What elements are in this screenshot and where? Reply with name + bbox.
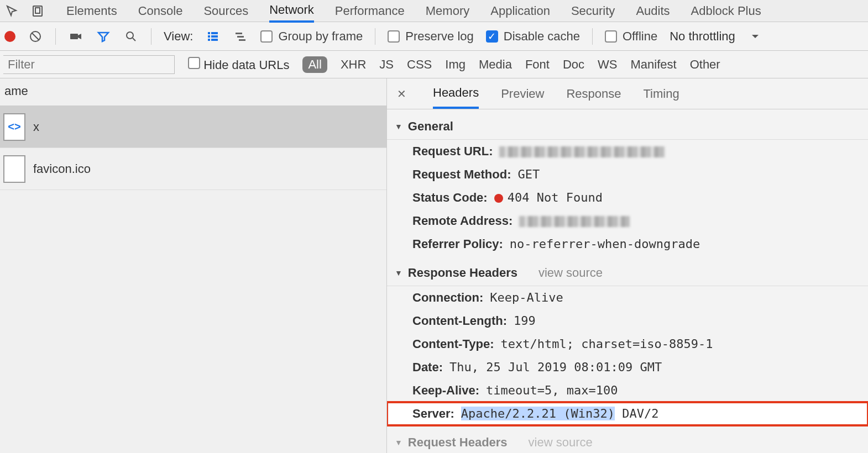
chevron-down-icon[interactable] <box>747 29 763 44</box>
separator <box>375 28 375 45</box>
request-details-pane: ✕ Headers Preview Response Timing ▼ Gene… <box>387 78 868 453</box>
tab-console[interactable]: Console <box>138 1 183 22</box>
throttling-select[interactable]: No throttling <box>670 29 735 44</box>
svg-rect-9 <box>211 35 218 38</box>
view-source-link[interactable]: view source <box>538 266 603 280</box>
separator <box>592 28 593 45</box>
group-by-frame-checkbox[interactable] <box>260 30 273 43</box>
filter-type-media[interactable]: Media <box>479 57 512 72</box>
record-button[interactable] <box>4 31 15 42</box>
detail-tab-preview[interactable]: Preview <box>501 80 544 108</box>
header-content-length: Content-Length 199 <box>387 309 868 333</box>
filter-type-doc[interactable]: Doc <box>563 57 584 72</box>
filter-type-other[interactable]: Other <box>690 57 720 72</box>
request-row[interactable]: favicon.ico <box>0 148 386 190</box>
preserve-log-option[interactable]: Preserve log <box>388 29 474 44</box>
filter-funnel-icon[interactable] <box>96 29 111 44</box>
request-list-pane: ame <> x favicon.ico <box>0 78 387 453</box>
filter-type-js[interactable]: JS <box>379 57 394 72</box>
tab-application[interactable]: Application <box>490 1 550 22</box>
hide-data-urls-option[interactable]: Hide data URLs <box>188 57 289 72</box>
header-keep-alive: Keep-Alive timeout=5, max=100 <box>387 379 868 402</box>
header-content-type: Content-Type text/html; charset=iso-8859… <box>387 333 868 356</box>
disable-cache-option[interactable]: Disable cache <box>486 29 580 44</box>
filter-input[interactable] <box>3 55 175 74</box>
redacted-value <box>499 146 665 157</box>
selected-text: Apache/2.2.21 (Win32) <box>461 407 615 420</box>
detail-tab-headers[interactable]: Headers <box>433 79 479 109</box>
separator <box>55 28 56 45</box>
header-server: Server Apache/2.2.21 (Win32) DAV/2 <box>387 402 868 425</box>
offline-checkbox[interactable] <box>605 30 617 43</box>
remote-address-row: Remote Address <box>387 209 868 233</box>
tab-adblock-plus[interactable]: Adblock Plus <box>691 1 761 22</box>
filter-type-css[interactable]: CSS <box>407 57 432 72</box>
tab-audits[interactable]: Audits <box>636 1 670 22</box>
request-url-row: Request URL <box>387 140 868 163</box>
svg-point-4 <box>127 32 133 39</box>
tab-network[interactable]: Network <box>269 0 314 23</box>
inspect-element-icon[interactable] <box>4 3 20 19</box>
svg-rect-7 <box>208 39 210 41</box>
filter-type-ws[interactable]: WS <box>598 57 617 72</box>
request-name: favicon.ico <box>33 162 91 176</box>
disclosure-triangle-icon: ▼ <box>395 438 402 447</box>
svg-rect-12 <box>237 36 244 38</box>
filter-type-xhr[interactable]: XHR <box>341 57 366 72</box>
tab-performance[interactable]: Performance <box>335 1 405 22</box>
network-toolbar: View: Group by frame Preserve log Disabl… <box>0 22 868 51</box>
separator <box>151 28 151 45</box>
clear-icon[interactable] <box>28 29 43 44</box>
redacted-value <box>519 216 630 227</box>
svg-rect-5 <box>208 32 210 34</box>
status-code-row: Status Code 404 Not Found <box>387 186 868 209</box>
status-error-dot-icon <box>494 194 503 203</box>
svg-rect-10 <box>211 39 218 41</box>
tab-elements[interactable]: Elements <box>66 1 117 22</box>
header-date: Date Thu, 25 Jul 2019 08:01:09 GMT <box>387 356 868 379</box>
request-headers-section-header[interactable]: ▼ Request Headers view source <box>387 430 868 453</box>
header-connection: Connection Keep-Alive <box>387 286 868 309</box>
tab-security[interactable]: Security <box>571 1 615 22</box>
detail-tabs: ✕ Headers Preview Response Timing <box>387 78 868 109</box>
name-column-header[interactable]: ame <box>0 78 386 106</box>
offline-option[interactable]: Offline <box>605 29 657 44</box>
referrer-policy-row: Referrer Policy no-referrer-when-downgra… <box>387 233 868 256</box>
view-source-link[interactable]: view source <box>529 435 593 450</box>
svg-rect-13 <box>239 39 245 41</box>
filter-type-img[interactable]: Img <box>445 57 466 72</box>
disable-cache-checkbox[interactable] <box>486 30 498 43</box>
detail-tab-response[interactable]: Response <box>566 80 621 108</box>
view-label: View: <box>164 29 193 44</box>
waterfall-icon[interactable] <box>233 29 248 44</box>
close-details-button[interactable]: ✕ <box>397 87 411 101</box>
general-section-header[interactable]: ▼ General <box>387 114 868 140</box>
svg-rect-11 <box>236 33 242 34</box>
group-by-frame-option[interactable]: Group by frame <box>260 29 363 44</box>
filter-type-font[interactable]: Font <box>525 57 550 72</box>
large-rows-icon[interactable] <box>205 29 221 44</box>
preserve-log-checkbox[interactable] <box>388 30 400 43</box>
svg-rect-8 <box>211 32 218 34</box>
network-filter-bar: Hide data URLs All XHR JS CSS Img Media … <box>0 51 868 78</box>
tab-sources[interactable]: Sources <box>203 1 248 22</box>
svg-rect-3 <box>70 34 78 39</box>
file-icon <box>3 155 25 183</box>
request-row[interactable]: <> x <box>0 106 386 148</box>
filter-type-all[interactable]: All <box>302 56 327 73</box>
search-icon[interactable] <box>123 29 139 44</box>
devtools-panel-tabs: Elements Console Sources Network Perform… <box>0 0 868 22</box>
filter-type-manifest[interactable]: Manifest <box>631 57 677 72</box>
disclosure-triangle-icon: ▼ <box>395 122 402 131</box>
response-headers-section-header[interactable]: ▼ Response Headers view source <box>387 260 868 286</box>
camera-icon[interactable] <box>68 29 83 44</box>
detail-tab-timing[interactable]: Timing <box>643 80 679 108</box>
tab-memory[interactable]: Memory <box>426 1 469 22</box>
request-name: x <box>33 120 39 134</box>
hide-data-urls-checkbox[interactable] <box>188 57 200 69</box>
device-toggle-icon[interactable] <box>30 3 45 19</box>
svg-rect-6 <box>208 35 210 38</box>
request-method-row: Request Method GET <box>387 163 868 186</box>
svg-rect-1 <box>35 8 40 13</box>
disclosure-triangle-icon: ▼ <box>395 268 402 277</box>
